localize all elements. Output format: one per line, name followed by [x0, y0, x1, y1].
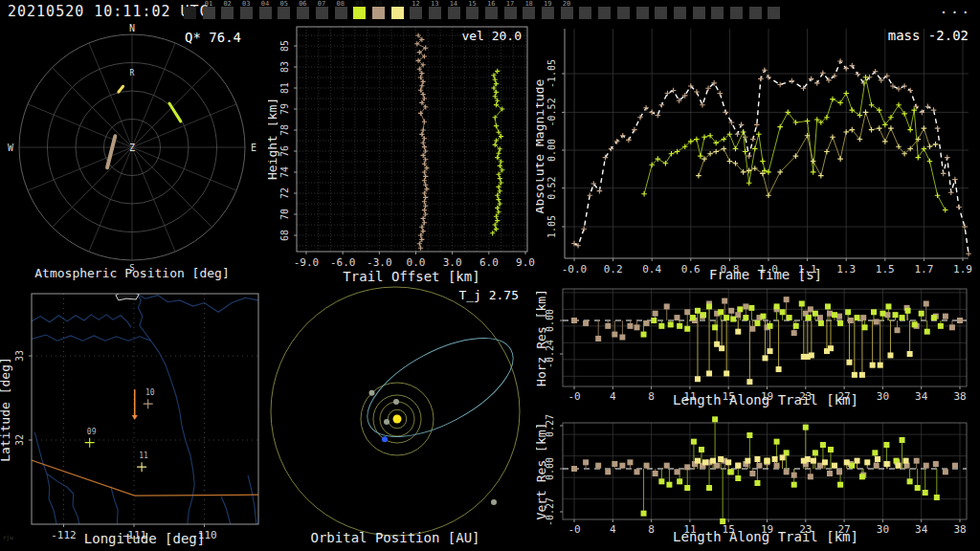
- station-box-label: 18: [524, 1, 532, 8]
- station-box-label: 19: [544, 1, 551, 8]
- svg-text:83: 83: [279, 61, 290, 73]
- svg-text:1.3: 1.3: [836, 263, 856, 276]
- svg-text:Absolute Magnitude: Absolute Magnitude: [536, 78, 546, 213]
- svg-text:T_j 2.75: T_j 2.75: [458, 288, 519, 302]
- svg-text:0.2: 0.2: [604, 263, 623, 276]
- svg-text:33: 33: [14, 350, 25, 362]
- svg-text:R: R: [130, 69, 135, 77]
- station-box[interactable]: [711, 7, 724, 19]
- station-box[interactable]: [184, 7, 196, 19]
- station-box[interactable]: [636, 7, 649, 19]
- svg-text:Height [km]: Height [km]: [268, 98, 279, 180]
- station-box-14[interactable]: 14: [448, 7, 460, 19]
- svg-text:0.00: 0.00: [546, 139, 557, 162]
- svg-text:Length Along Trail [km]: Length Along Trail [km]: [673, 392, 858, 408]
- station-box-10[interactable]: 10: [372, 7, 385, 19]
- station-box-04[interactable]: 04: [259, 7, 272, 19]
- station-box-08[interactable]: 08: [335, 7, 347, 19]
- absolute-magnitude-plot: -0.00.20.40.60.81.01.11.31.51.71.9-1.05-…: [536, 24, 980, 284]
- station-box[interactable]: [768, 7, 780, 19]
- station-box-16[interactable]: 16: [485, 7, 498, 19]
- svg-text:-1.05: -1.05: [546, 59, 557, 88]
- svg-text:72: 72: [279, 187, 290, 199]
- svg-text:Horz Res [km]: Horz Res [km]: [536, 289, 548, 386]
- station-box[interactable]: [693, 7, 705, 19]
- svg-text:Latitude [deg]: Latitude [deg]: [0, 357, 12, 462]
- svg-text:4: 4: [610, 390, 616, 403]
- station-box-label: 09: [355, 1, 363, 8]
- svg-text:Length Along Trail [km]: Length Along Trail [km]: [673, 529, 858, 544]
- station-box-label: 15: [468, 1, 476, 8]
- station-box-01[interactable]: 01: [203, 7, 215, 19]
- station-box[interactable]: [749, 7, 762, 19]
- station-box-label: 05: [279, 1, 287, 8]
- svg-text:85: 85: [279, 40, 290, 52]
- svg-text:79: 79: [279, 103, 290, 115]
- station-box-15[interactable]: 15: [466, 7, 479, 19]
- svg-text:70: 70: [279, 209, 290, 220]
- station-box[interactable]: [617, 7, 630, 19]
- svg-text:Longitude [deg]: Longitude [deg]: [84, 531, 205, 546]
- svg-text:34: 34: [915, 390, 928, 403]
- station-box-05[interactable]: 05: [278, 7, 290, 19]
- svg-text:1.7: 1.7: [914, 263, 933, 276]
- station-box[interactable]: [579, 7, 591, 19]
- station-box-09[interactable]: 09: [353, 7, 366, 19]
- svg-text:10: 10: [145, 388, 155, 397]
- station-box-07[interactable]: 07: [316, 7, 328, 19]
- station-box-label: 07: [318, 1, 325, 8]
- station-box-label: 20: [563, 1, 570, 8]
- svg-text:81: 81: [279, 82, 290, 94]
- station-box-13[interactable]: 13: [429, 7, 441, 19]
- station-box-18[interactable]: 18: [523, 7, 535, 19]
- svg-text:0.0: 0.0: [407, 256, 426, 269]
- station-box-03[interactable]: 03: [240, 7, 253, 19]
- svg-text:0.6: 0.6: [681, 263, 701, 276]
- svg-text:30: 30: [877, 523, 889, 536]
- station-box-19[interactable]: 19: [542, 7, 554, 19]
- svg-text:Vert Res [km]: Vert Res [km]: [536, 423, 548, 520]
- svg-text:0.4: 0.4: [642, 263, 661, 276]
- svg-text:4: 4: [610, 523, 616, 536]
- station-box-label: 01: [205, 1, 212, 8]
- station-box-17[interactable]: 17: [504, 7, 517, 19]
- svg-text:N: N: [129, 24, 135, 33]
- svg-text:8: 8: [648, 523, 655, 536]
- svg-text:09: 09: [87, 428, 97, 436]
- station-box-06[interactable]: 06: [297, 7, 309, 19]
- svg-text:Z: Z: [129, 143, 135, 153]
- svg-text:Frame Time [s]: Frame Time [s]: [709, 267, 822, 282]
- station-box-label: 13: [431, 1, 438, 8]
- station-box-12[interactable]: 12: [410, 7, 422, 19]
- station-box-label: 08: [337, 1, 345, 8]
- svg-text:38: 38: [953, 390, 966, 403]
- svg-text:38: 38: [953, 523, 966, 536]
- svg-text:Atmospheric Position [deg]: Atmospheric Position [deg]: [34, 266, 230, 280]
- station-strip: 0102030405060708091011121314151617181920: [184, 7, 780, 19]
- overflow-menu-button[interactable]: ...: [940, 1, 972, 16]
- trail-offset-plot: -9.0-6.0-3.00.03.06.09.08583817978767472…: [268, 24, 536, 287]
- station-box-02[interactable]: 02: [221, 7, 234, 19]
- station-box-label: 04: [261, 1, 269, 8]
- station-box[interactable]: [730, 7, 743, 19]
- svg-text:-0: -0: [568, 523, 580, 536]
- station-box-label: 06: [299, 1, 306, 8]
- svg-text:30: 30: [877, 390, 889, 403]
- svg-text:8: 8: [648, 390, 655, 403]
- svg-text:-6.0: -6.0: [330, 256, 356, 269]
- svg-text:-9.0: -9.0: [294, 256, 320, 269]
- ground-map-plot: 091011-112-111-1103332Longitude [deg]Lat…: [0, 282, 268, 551]
- station-box-20[interactable]: 20: [561, 7, 573, 19]
- orbital-position-plot: T_j 2.75Orbital Position [AU]: [268, 282, 540, 551]
- vertical-residuals-plot: -04811151923273034380.270.00-0.27Length …: [536, 411, 980, 551]
- station-box-label: 16: [487, 1, 495, 8]
- svg-text:0.52: 0.52: [546, 177, 557, 200]
- station-box-label: 11: [393, 1, 401, 8]
- station-box-11[interactable]: 11: [391, 7, 404, 19]
- station-box-label: 02: [223, 1, 231, 8]
- station-box[interactable]: [598, 7, 611, 19]
- app-window: 20210520 10:11:02 UTC 010203040506070809…: [0, 0, 980, 551]
- svg-text:3.0: 3.0: [443, 256, 462, 269]
- station-box[interactable]: [674, 7, 686, 19]
- station-box[interactable]: [655, 7, 667, 19]
